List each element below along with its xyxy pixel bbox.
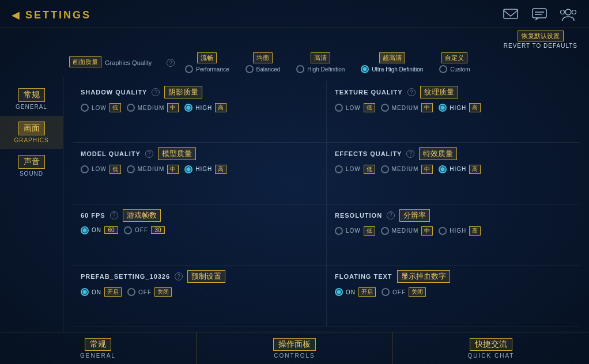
quality-option-balanced[interactable]: 均衡 Balanced: [246, 52, 281, 73]
quality-option-performance[interactable]: 流畅 Performance: [185, 52, 229, 73]
fps-on-option[interactable]: ON 60: [81, 226, 118, 234]
resolution-low-cn: 低: [364, 226, 375, 236]
prefab-off-en: OFF: [138, 289, 152, 295]
sidebar-general-cn: 常规: [18, 88, 45, 102]
resolution-high-en: HIGH: [450, 227, 466, 234]
shadow-high-en: HIGH: [195, 105, 212, 111]
bottom-nav: 常规 GENERAL 操作面板 CONTROLS 快捷交流 QUICK CHAT: [0, 332, 589, 364]
sidebar-graphics-cn: 画面: [18, 122, 45, 135]
prefab-section: PREFAB_SETTING_10326 ? 预制设置 ON 开启 OFF: [73, 266, 326, 327]
effects-medium-radio: [381, 165, 389, 173]
effects-low-radio: [335, 165, 343, 173]
texture-low-en: LOW: [346, 105, 361, 111]
model-medium-cn: 中: [167, 165, 179, 174]
message-icon-btn[interactable]: [501, 6, 520, 24]
bottom-nav-general[interactable]: 常规 GENERAL: [0, 332, 197, 364]
floating-on-cn: 开启: [358, 287, 376, 297]
prefab-off-option[interactable]: OFF 关闭: [127, 287, 172, 297]
sidebar-item-general[interactable]: 常规 GENERAL: [0, 82, 63, 116]
resolution-low-en: LOW: [346, 227, 361, 234]
quality-uhd-en: Ultra High Definition: [372, 66, 423, 73]
model-high-radio: [184, 165, 192, 173]
quality-performance-cn: 流畅: [197, 52, 217, 63]
resolution-info-icon: ?: [387, 211, 395, 219]
effects-high-en: HIGH: [450, 166, 466, 172]
quality-bar: 画面质量 Graphics Quality ? 流畅 Performance 均…: [0, 49, 589, 77]
graphics-quality-label: 画面质量 Graphics Quality ?: [69, 56, 175, 69]
revert-cn-label: 恢复默认设置: [518, 31, 564, 41]
sidebar-item-sound[interactable]: 声音 SOUND: [0, 149, 63, 183]
resolution-medium-radio: [381, 227, 389, 235]
texture-high-cn: 高: [469, 103, 481, 112]
model-low-en: LOW: [92, 166, 107, 172]
resolution-high-cn: 高: [469, 226, 481, 236]
resolution-medium-option[interactable]: MEDIUM 中: [381, 226, 433, 236]
bottom-nav-quickchat-cn: 快捷交流: [470, 338, 512, 351]
svg-rect-0: [504, 9, 518, 18]
shadow-low-cn: 低: [110, 103, 121, 112]
effects-high-option[interactable]: HIGH 高: [439, 165, 481, 174]
fps-on-value: 60: [104, 226, 118, 234]
model-high-en: HIGH: [195, 166, 212, 172]
model-high-option[interactable]: HIGH 高: [184, 165, 226, 174]
chat-icon-btn[interactable]: [530, 6, 549, 24]
quality-hd-radio: [296, 65, 304, 73]
quality-option-custom[interactable]: 自定义 Custom: [439, 52, 470, 73]
effects-quality-section: EFFECTS QUALITY ? 特效质量 LOW 低 MEDIUM: [326, 143, 580, 204]
texture-low-option[interactable]: LOW 低: [335, 103, 375, 112]
bottom-nav-controls[interactable]: 操作面板 CONTROLS: [197, 332, 393, 364]
resolution-high-radio: [439, 227, 447, 235]
floating-off-option[interactable]: OFF 关闭: [382, 287, 426, 297]
texture-high-option[interactable]: HIGH 高: [439, 103, 481, 112]
floating-on-radio: [335, 288, 343, 296]
back-icon[interactable]: ◀: [12, 9, 20, 21]
floating-on-option[interactable]: ON 开启: [335, 287, 376, 297]
social-icon: [560, 9, 576, 21]
quality-uhd-radio: [361, 65, 369, 73]
bottom-nav-quickchat-en: QUICK CHAT: [468, 352, 515, 359]
prefab-on-option[interactable]: ON 开启: [81, 287, 122, 297]
social-icon-btn[interactable]: [559, 6, 577, 24]
sidebar-sound-cn: 声音: [18, 155, 45, 169]
effects-low-en: LOW: [346, 166, 361, 172]
shadow-high-option[interactable]: HIGH 高: [184, 103, 226, 112]
effects-high-radio: [439, 165, 447, 173]
effects-medium-en: MEDIUM: [392, 166, 419, 172]
effects-medium-option[interactable]: MEDIUM 中: [381, 165, 433, 174]
shadow-low-option[interactable]: LOW 低: [81, 103, 121, 112]
effects-low-option[interactable]: LOW 低: [335, 165, 375, 174]
texture-low-radio: [335, 104, 343, 112]
sidebar-graphics-en: GRAPHICS: [14, 137, 48, 143]
fps-off-option[interactable]: OFF 30: [124, 226, 165, 234]
model-high-cn: 高: [215, 165, 226, 174]
resolution-low-option[interactable]: LOW 低: [335, 226, 375, 236]
effects-quality-info-icon: ?: [406, 150, 414, 158]
fps-off-en: OFF: [135, 227, 148, 233]
shadow-high-cn: 高: [215, 103, 226, 112]
row3-grid: 60 FPS ? 游戏帧数 ON 60 OFF 30: [73, 204, 580, 266]
graphics-quality-cn: 画面质量: [69, 56, 101, 67]
revert-button[interactable]: 恢复默认设置 REVERT TO DEFAULTS: [504, 31, 577, 49]
main-content: 常规 GENERAL 画面 GRAPHICS 声音 SOUND SHADOW Q…: [0, 77, 589, 332]
texture-medium-radio: [381, 104, 389, 112]
prefab-en-title: PREFAB_SETTING_10326: [81, 273, 170, 280]
quality-option-uhd[interactable]: 超高清 Ultra High Definition: [361, 52, 423, 73]
model-medium-option[interactable]: MEDIUM 中: [127, 165, 179, 174]
shadow-medium-option[interactable]: MEDIUM 中: [127, 103, 179, 112]
quality-option-hd[interactable]: 高清 High Definition: [296, 52, 345, 73]
floating-text-section: FLOATING TEXT 显示掉血数字 ON 开启 OFF 关闭: [326, 266, 580, 327]
bottom-nav-quickchat[interactable]: 快捷交流 QUICK CHAT: [393, 332, 589, 364]
resolution-high-option[interactable]: HIGH 高: [439, 226, 481, 236]
model-low-option[interactable]: LOW 低: [81, 165, 121, 174]
graphics-quality-en: Graphics Quality: [105, 59, 152, 66]
fps-on-radio: [81, 226, 89, 234]
prefab-off-radio: [127, 288, 135, 296]
model-quality-cn-title: 模型质量: [158, 147, 196, 160]
sidebar-item-graphics[interactable]: 画面 GRAPHICS: [0, 116, 63, 149]
texture-medium-option[interactable]: MEDIUM 中: [381, 103, 433, 112]
texture-low-cn: 低: [364, 103, 375, 112]
row1-grid: SHADOW QUALITY ? 阴影质量 LOW 低 MEDIUM: [73, 81, 580, 143]
prefab-off-cn: 关闭: [154, 287, 172, 297]
model-medium-radio: [127, 165, 135, 173]
svg-rect-1: [533, 9, 546, 18]
